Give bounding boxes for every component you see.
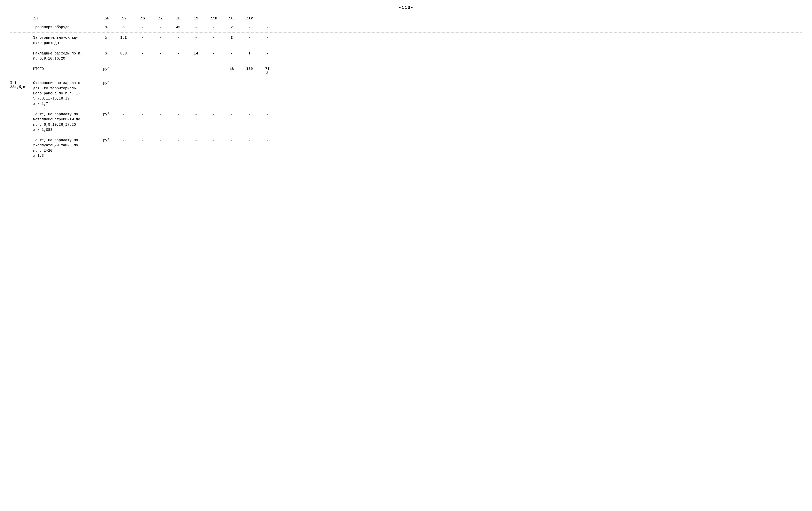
row-unit: % bbox=[99, 51, 113, 56]
row-unit: руб bbox=[99, 66, 113, 71]
row-col7: - bbox=[169, 112, 187, 116]
top-border bbox=[10, 15, 802, 15]
col-header-4: :4 bbox=[99, 16, 113, 21]
row-description: Заготовительно-склад-ские расходы bbox=[33, 35, 99, 46]
row-col8: - bbox=[187, 138, 205, 142]
row-col4: - bbox=[113, 81, 134, 85]
row-id bbox=[10, 66, 33, 67]
row-col10: 2 bbox=[223, 25, 241, 29]
table-row: ИТОГО-руб------48I307I 3 bbox=[10, 64, 802, 78]
row-col6: - bbox=[151, 51, 169, 56]
row-col11: - bbox=[241, 81, 258, 85]
row-col11: - bbox=[241, 35, 258, 40]
row-col5: - bbox=[134, 112, 151, 116]
row-col8: - bbox=[187, 66, 205, 71]
row-col8: - bbox=[187, 81, 205, 85]
row-col12: - bbox=[258, 51, 276, 56]
row-col6: - bbox=[151, 112, 169, 116]
table-row: Транспорт оборудв.%5--45--2-- bbox=[10, 22, 802, 33]
row-col5: - bbox=[134, 51, 151, 56]
row-col11: I30 bbox=[241, 66, 258, 71]
row-col5: - bbox=[134, 35, 151, 40]
row-col5: - bbox=[134, 25, 151, 29]
row-col11: - bbox=[241, 112, 258, 116]
row-col10: - bbox=[223, 138, 241, 142]
table-body: Транспорт оборудв.%5--45--2--Заготовител… bbox=[10, 22, 802, 161]
row-col4: - bbox=[113, 112, 134, 116]
row-col10: - bbox=[223, 51, 241, 56]
row-col9: - bbox=[205, 35, 223, 40]
row-col8: - bbox=[187, 25, 205, 29]
row-col6: - bbox=[151, 25, 169, 29]
col-header-5: :5 bbox=[113, 16, 134, 21]
table-row: Заготовительно-склад-ские расходы%I,2---… bbox=[10, 33, 802, 48]
row-unit: руб bbox=[99, 138, 113, 142]
row-col12: 7I 3 bbox=[258, 66, 276, 75]
row-id bbox=[10, 25, 33, 25]
row-col7: - bbox=[169, 138, 187, 142]
col-header-12: :I2 bbox=[241, 16, 258, 21]
row-col4: - bbox=[113, 66, 134, 71]
row-col12: - bbox=[258, 35, 276, 40]
row-col4: I,2 bbox=[113, 35, 134, 40]
row-unit: % bbox=[99, 35, 113, 40]
column-headers-row: :3 :4 :5 :6 :7 :8 :9 :10 :II :I2 bbox=[10, 16, 802, 22]
row-col4: - bbox=[113, 138, 134, 142]
row-description: Транспорт оборудв. bbox=[33, 25, 99, 30]
row-col8: - bbox=[187, 112, 205, 116]
row-col9: - bbox=[205, 66, 223, 71]
row-col7: - bbox=[169, 35, 187, 40]
col-header-3: :3 bbox=[33, 16, 99, 21]
row-col6: - bbox=[151, 66, 169, 71]
row-col7: - bbox=[169, 81, 187, 85]
row-id bbox=[10, 35, 33, 36]
row-col5: - bbox=[134, 138, 151, 142]
row-col10: - bbox=[223, 112, 241, 116]
col-header-9: :9 bbox=[187, 16, 205, 21]
row-description: То же, на зарплату пометаллоконструкциям… bbox=[33, 112, 99, 132]
row-col10: - bbox=[223, 81, 241, 85]
row-col5: - bbox=[134, 81, 151, 85]
col-header-6: :6 bbox=[134, 16, 151, 21]
row-col6: - bbox=[151, 138, 169, 142]
row-col8: - bbox=[187, 35, 205, 40]
row-id bbox=[10, 51, 33, 52]
row-id bbox=[10, 138, 33, 138]
row-col7: - bbox=[169, 66, 187, 71]
table-row: I-I 28а,б,вОтклонение по зарплатедля -го… bbox=[10, 78, 802, 109]
row-col12: - bbox=[258, 25, 276, 29]
col-header-8: :8 bbox=[169, 16, 187, 21]
row-col11: I bbox=[241, 51, 258, 56]
row-col4: 8,3 bbox=[113, 51, 134, 56]
col-header-7: :7 bbox=[151, 16, 169, 21]
row-col4: 5 bbox=[113, 25, 134, 29]
row-col12: - bbox=[258, 112, 276, 116]
row-col9: - bbox=[205, 81, 223, 85]
row-unit: руб bbox=[99, 112, 113, 116]
row-col12: - bbox=[258, 138, 276, 142]
row-col9: - bbox=[205, 112, 223, 116]
row-col12: - bbox=[258, 81, 276, 85]
table-row: Накладные расходы по п.п. 6,9,10,I6,20%8… bbox=[10, 48, 802, 64]
table-row: То же, на зарплату пометаллоконструкциям… bbox=[10, 109, 802, 135]
row-col9: - bbox=[205, 138, 223, 142]
row-col9: - bbox=[205, 25, 223, 29]
row-description: То же, на зарплату поэксплуатации машин … bbox=[33, 138, 99, 158]
row-col10: I bbox=[223, 35, 241, 40]
row-col11: - bbox=[241, 138, 258, 142]
row-col6: - bbox=[151, 35, 169, 40]
row-description: Накладные расходы по п.п. 6,9,10,I6,20 bbox=[33, 51, 99, 61]
row-col9: - bbox=[205, 51, 223, 56]
row-col7: - bbox=[169, 51, 187, 56]
row-col7: 45 bbox=[169, 25, 187, 29]
row-unit: руб bbox=[99, 81, 113, 85]
row-col5: - bbox=[134, 66, 151, 71]
table-row: То же, на зарплату поэксплуатации машин … bbox=[10, 135, 802, 161]
row-col6: - bbox=[151, 81, 169, 85]
col-header-11: :II bbox=[223, 16, 241, 21]
row-unit: % bbox=[99, 25, 113, 29]
row-id bbox=[10, 112, 33, 112]
row-id: I-I 28а,б,в bbox=[10, 81, 33, 89]
page-title: -113- bbox=[10, 5, 802, 10]
col-header-10: :10 bbox=[205, 16, 223, 21]
